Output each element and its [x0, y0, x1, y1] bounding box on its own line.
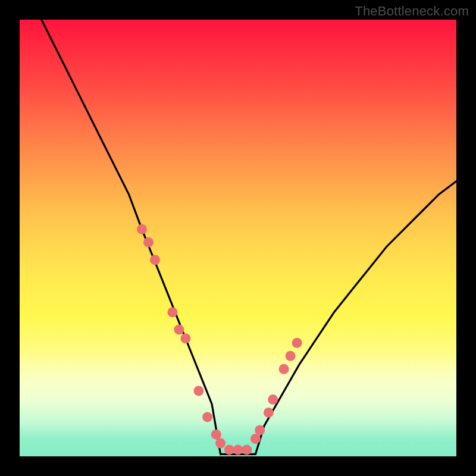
plot-area	[20, 20, 456, 456]
watermark-label: TheBottleneck.com	[355, 4, 469, 19]
chart-frame: TheBottleneck.com	[0, 0, 476, 476]
